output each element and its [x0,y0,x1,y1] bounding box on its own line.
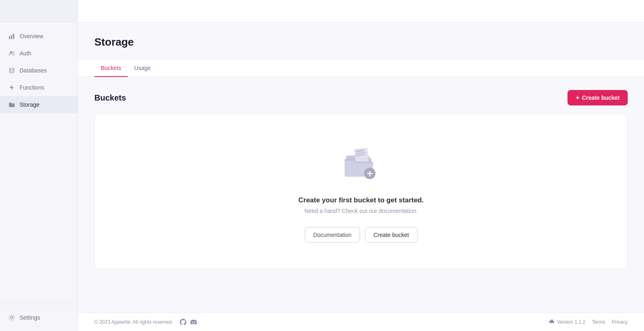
version-text: Version 1.1.2 [557,319,585,325]
section-header: Buckets + Create bucket [94,90,628,105]
plus-icon: + [576,94,579,101]
footer-right: Version 1.1.2 Terms Privacy [549,319,628,325]
tab-buckets[interactable]: Buckets [94,60,128,77]
main-content: Storage Buckets Usage Buckets + Create b… [78,0,644,331]
sidebar-item-overview[interactable]: Overview [0,28,78,45]
sidebar-item-databases[interactable]: Databases [0,62,78,79]
empty-state-title: Create your first bucket to get started. [299,196,424,204]
content-area: Storage Buckets Usage Buckets + Create b… [78,23,644,313]
svg-point-3 [10,51,12,53]
page-title: Storage [94,36,628,48]
footer-version: Version 1.1.2 [549,319,585,325]
privacy-link[interactable]: Privacy [612,319,628,325]
buckets-section-title: Buckets [94,93,126,103]
sidebar-item-auth[interactable]: Auth [0,45,78,62]
footer-copyright: © 2023 Appwrite. All rights reserved. [94,319,173,325]
users-icon [8,50,15,57]
sidebar-item-label-auth: Auth [20,50,31,57]
tabs-bar: Buckets Usage [78,60,644,77]
sidebar-bottom: Settings [0,304,78,331]
empty-state-actions: Documentation Create bucket [305,227,417,243]
sidebar-item-label-overview: Overview [20,33,43,39]
footer-left: © 2023 Appwrite. All rights reserved. [94,319,197,325]
sidebar-item-label-databases: Databases [20,67,47,74]
sidebar-item-label-storage: Storage [20,101,39,108]
discord-icon[interactable] [190,319,197,325]
sidebar: Overview Auth Databases [0,0,78,331]
svg-rect-1 [11,35,12,39]
terms-link[interactable]: Terms [592,319,605,325]
bolt-icon [8,84,15,91]
svg-point-5 [10,68,14,70]
bar-chart-icon [8,33,15,40]
github-icon[interactable] [180,319,186,325]
empty-state-card: Create your first bucket to get started.… [94,114,628,269]
svg-rect-2 [13,34,14,39]
svg-point-6 [11,317,13,319]
empty-state-subtitle: Need a hand? Check out our documentation… [304,208,418,214]
create-bucket-button-primary[interactable]: + Create bucket [568,90,628,105]
database-icon [8,67,15,74]
sidebar-navigation: Overview Auth Databases [0,23,78,304]
create-bucket-button-secondary[interactable]: Create bucket [365,227,417,243]
svg-point-4 [13,51,14,53]
sidebar-item-label-functions: Functions [20,84,44,91]
tab-usage[interactable]: Usage [128,60,157,77]
topbar [78,0,644,23]
svg-rect-14 [369,171,370,177]
sidebar-item-functions[interactable]: Functions [0,79,78,96]
footer-icons [180,319,197,325]
sidebar-item-storage[interactable]: Storage [0,96,78,113]
svg-rect-0 [9,36,10,39]
sidebar-item-settings[interactable]: Settings [0,309,78,326]
cloud-icon [549,319,554,325]
sidebar-item-label-settings: Settings [20,314,40,321]
create-bucket-button-label: Create bucket [582,94,620,101]
sidebar-logo-area [0,0,78,23]
documentation-button[interactable]: Documentation [305,227,360,243]
settings-icon [8,314,15,321]
folder-icon [8,101,15,108]
empty-illustration [339,140,384,185]
footer: © 2023 Appwrite. All rights reserved. [78,313,644,331]
